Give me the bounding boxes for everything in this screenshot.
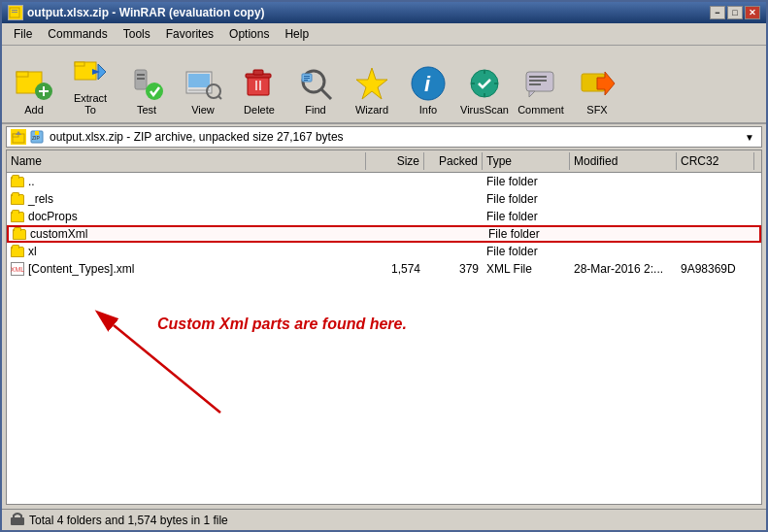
svg-marker-49 — [16, 131, 21, 135]
virusscan-button[interactable]: VirusScan — [458, 61, 511, 118]
add-icon — [15, 64, 53, 103]
svg-rect-24 — [255, 81, 257, 90]
table-row[interactable]: .. File folder — [7, 173, 761, 190]
title-controls: − □ ✕ — [710, 6, 760, 19]
test-label: Test — [137, 104, 156, 116]
svg-rect-55 — [11, 517, 24, 525]
svg-rect-42 — [529, 80, 547, 82]
menu-file[interactable]: File — [6, 25, 40, 43]
title-bar-left: output.xlsx.zip - WinRAR (evaluation cop… — [8, 5, 265, 20]
menu-tools[interactable]: Tools — [116, 25, 158, 43]
view-button[interactable]: View — [177, 61, 229, 118]
svg-line-27 — [321, 89, 331, 99]
svg-rect-4 — [17, 72, 28, 77]
folder-icon — [11, 247, 24, 257]
delete-label: Delete — [244, 104, 275, 116]
info-label: Info — [419, 104, 437, 116]
col-header-type[interactable]: Type — [483, 152, 570, 170]
view-label: View — [191, 104, 215, 116]
menu-favorites[interactable]: Favorites — [158, 25, 221, 43]
folder-icon — [11, 194, 24, 205]
menu-options[interactable]: Options — [221, 25, 277, 43]
col-header-size[interactable]: Size — [366, 152, 424, 170]
svg-rect-13 — [137, 74, 145, 76]
path-up-icon[interactable] — [11, 129, 26, 145]
table-row-customxml[interactable]: customXml File folder — [7, 225, 761, 243]
find-icon — [296, 64, 335, 103]
status-text: Total 4 folders and 1,574 bytes in 1 fil… — [29, 514, 228, 527]
sfx-icon — [578, 64, 617, 103]
virusscan-icon — [465, 64, 504, 103]
menubar: File Commands Tools Favorites Options He… — [2, 23, 766, 46]
title-bar: output.xlsx.zip - WinRAR (evaluation cop… — [2, 2, 766, 23]
comment-label: Comment — [518, 104, 564, 116]
svg-rect-2 — [12, 12, 17, 13]
file-name-cell: customXml — [9, 227, 368, 241]
wizard-icon — [352, 64, 391, 103]
folder-icon — [11, 212, 24, 222]
svg-rect-21 — [248, 76, 269, 95]
extract-button[interactable]: Extract To — [64, 50, 117, 118]
window-title: output.xlsx.zip - WinRAR (evaluation cop… — [27, 6, 265, 19]
add-button[interactable]: Add — [8, 61, 60, 118]
file-type-cell: File folder — [483, 175, 570, 188]
wizard-label: Wizard — [355, 104, 388, 116]
menu-help[interactable]: Help — [277, 25, 317, 43]
find-button[interactable]: Find — [289, 61, 342, 118]
svg-rect-17 — [188, 74, 210, 87]
info-button[interactable]: i Info — [402, 61, 454, 118]
table-row[interactable]: docProps File folder — [7, 208, 761, 225]
path-bar: ZIP output.xlsx.zip - ZIP archive, unpac… — [6, 126, 762, 148]
svg-rect-29 — [304, 76, 310, 77]
find-label: Find — [305, 104, 325, 116]
wizard-button[interactable]: Wizard — [346, 61, 398, 118]
add-label: Add — [24, 104, 44, 116]
delete-icon — [240, 64, 279, 103]
file-name-cell: xl — [7, 245, 366, 258]
comment-button[interactable]: Comment — [515, 61, 567, 118]
svg-point-35 — [471, 70, 498, 97]
col-header-name[interactable]: Name — [7, 152, 366, 170]
svg-marker-44 — [529, 91, 535, 97]
extract-icon — [71, 52, 110, 91]
col-header-packed[interactable]: Packed — [424, 152, 483, 170]
svg-marker-32 — [356, 68, 387, 99]
svg-point-15 — [146, 83, 163, 100]
svg-rect-30 — [304, 78, 310, 79]
maximize-button[interactable]: □ — [727, 6, 743, 19]
svg-rect-41 — [529, 76, 547, 78]
svg-text:ZIP: ZIP — [32, 135, 40, 141]
close-button[interactable]: ✕ — [745, 6, 760, 19]
path-zip-icon: ZIP — [30, 129, 46, 145]
svg-rect-25 — [259, 81, 261, 90]
main-window: output.xlsx.zip - WinRAR (evaluation cop… — [0, 0, 768, 532]
test-button[interactable]: Test — [120, 61, 173, 118]
table-header: Name Size Packed Type Modified CRC32 — [7, 150, 761, 173]
svg-rect-31 — [304, 80, 308, 81]
delete-button[interactable]: Delete — [233, 61, 285, 118]
col-header-crc[interactable]: CRC32 — [677, 152, 754, 170]
col-header-modified[interactable]: Modified — [570, 152, 677, 170]
file-name-cell: .. — [7, 175, 366, 188]
content-area: Name Size Packed Type Modified CRC32 .. … — [6, 150, 762, 505]
svg-rect-23 — [253, 70, 263, 75]
svg-rect-43 — [529, 83, 541, 85]
folder-icon — [11, 177, 24, 187]
svg-rect-1 — [12, 10, 17, 11]
table-row[interactable]: _rels File folder — [7, 190, 761, 208]
status-bar: Total 4 folders and 1,574 bytes in 1 fil… — [2, 509, 766, 530]
xml-file-icon: XML — [11, 262, 24, 276]
extract-label: Extract To — [67, 92, 114, 116]
file-name-cell: _rels — [7, 192, 366, 206]
sfx-button[interactable]: SFX — [571, 61, 623, 118]
path-text: output.xlsx.zip - ZIP archive, unpacked … — [50, 130, 738, 144]
minimize-button[interactable]: − — [710, 6, 725, 19]
svg-line-20 — [218, 96, 221, 99]
path-dropdown[interactable]: ▼ — [742, 132, 757, 143]
table-row[interactable]: XML [Content_Types].xml 1,574 379 XML Fi… — [7, 260, 761, 278]
info-icon: i — [409, 64, 448, 103]
table-row[interactable]: xl File folder — [7, 243, 761, 260]
file-name-cell: docProps — [7, 210, 366, 223]
lock-icon — [10, 512, 25, 528]
menu-commands[interactable]: Commands — [40, 25, 115, 43]
